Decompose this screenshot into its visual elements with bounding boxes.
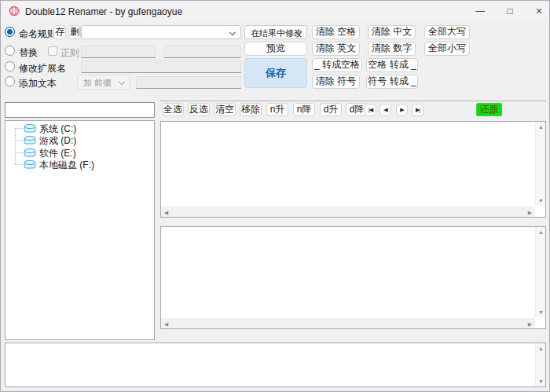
- underscore-to-space-button[interactable]: _ 转成空格: [312, 58, 362, 72]
- tree-item-drive-f[interactable]: 本地磁盘 (F:): [6, 159, 147, 170]
- all-lower-button[interactable]: 全部小写: [424, 42, 470, 56]
- toolbar-divider: [160, 101, 546, 101]
- drive-icon: [24, 123, 36, 133]
- all-upper-button[interactable]: 全部大写: [424, 25, 470, 39]
- close-icon[interactable]: ×: [527, 1, 550, 21]
- radio-add-text[interactable]: [5, 76, 15, 86]
- add-text-field[interactable]: [136, 76, 241, 89]
- remove-button[interactable]: 移除: [240, 103, 262, 116]
- move-last-icon[interactable]: ▶|: [412, 104, 424, 116]
- drive-label: 游戏 (D:): [39, 134, 76, 148]
- vertical-scrollbar[interactable]: ▲ ▼: [535, 122, 545, 206]
- symbols-to-underscore-button[interactable]: 符号 转成 _: [366, 75, 418, 89]
- radio-replace[interactable]: [5, 46, 15, 56]
- tree-item-drive-d[interactable]: 游戏 (D:): [6, 134, 147, 146]
- chevron-down-icon: [119, 79, 125, 85]
- drive-icon: [24, 135, 36, 145]
- vertical-scrollbar[interactable]: ▲ ▼: [535, 343, 545, 387]
- rule-combobox-input[interactable]: [86, 27, 227, 38]
- clear-digits-button[interactable]: 清除 数字: [368, 42, 416, 56]
- scroll-up-icon[interactable]: ▲: [536, 227, 546, 237]
- scroll-down-icon[interactable]: ▼: [536, 307, 546, 317]
- horizontal-scrollbar[interactable]: ◀ ▶: [161, 207, 535, 217]
- name-asc-button[interactable]: n升: [266, 103, 288, 116]
- scroll-right-icon[interactable]: ▶: [525, 319, 535, 329]
- select-all-button[interactable]: 全选: [162, 103, 184, 116]
- radio-naming-rule[interactable]: [5, 27, 15, 37]
- date-asc-button[interactable]: d升: [320, 103, 342, 116]
- change-extension-label: 修改扩展名: [19, 62, 66, 75]
- log-panel[interactable]: ▲ ▼: [5, 343, 546, 387]
- move-first-icon[interactable]: |◀: [365, 104, 376, 116]
- horizontal-scrollbar[interactable]: ◀ ▶: [161, 318, 535, 328]
- space-to-underscore-button[interactable]: 空格 转成 _: [366, 58, 418, 72]
- chevron-down-icon[interactable]: [229, 29, 236, 35]
- store-rule-button[interactable]: 存: [53, 25, 66, 39]
- scroll-up-icon[interactable]: ▲: [536, 343, 546, 354]
- result-list-panel[interactable]: ▲ ▼ ◀ ▶: [160, 226, 546, 329]
- clear-chinese-button[interactable]: 清除 中文: [368, 25, 416, 39]
- naming-rule-label: 命名规则: [19, 27, 57, 41]
- scroll-up-icon[interactable]: ▲: [536, 122, 546, 132]
- clear-symbols-button[interactable]: 清除 符号: [312, 75, 360, 89]
- add-text-label: 添加文本: [19, 77, 57, 90]
- drive-icon: [24, 148, 36, 157]
- replace-label: 替换: [19, 46, 38, 60]
- radio-change-extension[interactable]: [5, 61, 15, 71]
- scroll-left-icon[interactable]: ◀: [161, 207, 171, 218]
- save-button[interactable]: 保存: [244, 58, 307, 88]
- clear-english-button[interactable]: 清除 英文: [312, 42, 360, 56]
- extension-field[interactable]: [81, 60, 241, 73]
- window-title: Double12 Renamer - by gufengaoyue: [25, 6, 182, 17]
- regex-checkbox[interactable]: [48, 46, 57, 56]
- rule-combobox[interactable]: [81, 25, 241, 39]
- preview-button[interactable]: 预览: [244, 42, 307, 56]
- invert-selection-button[interactable]: 反选: [188, 103, 210, 116]
- path-filter-input[interactable]: [5, 102, 155, 118]
- replace-find-field[interactable]: [81, 46, 156, 58]
- modify-scope-value: 在结果中修改: [251, 27, 302, 39]
- clear-space-button[interactable]: 清除 空格: [312, 25, 360, 39]
- clear-list-button[interactable]: 清空: [214, 103, 236, 116]
- app-window: Double12 Renamer - by gufengaoyue — □ × …: [0, 0, 550, 392]
- replace-with-field[interactable]: [163, 46, 241, 58]
- restore-button[interactable]: 还原: [476, 103, 502, 116]
- tree-item-drive-c[interactable]: 系统 (C:): [6, 123, 147, 134]
- scroll-right-icon[interactable]: ▶: [525, 207, 535, 218]
- scroll-left-icon[interactable]: ◀: [161, 319, 171, 329]
- drive-icon: [24, 159, 36, 169]
- delete-rule-button[interactable]: 删: [68, 25, 81, 39]
- scroll-down-icon[interactable]: ▼: [536, 376, 546, 387]
- tree-item-drive-e[interactable]: 软件 (E:): [6, 147, 147, 159]
- minimize-icon[interactable]: —: [468, 1, 493, 21]
- title-bar: Double12 Renamer - by gufengaoyue — □ ×: [1, 1, 549, 21]
- scroll-down-icon[interactable]: ▼: [536, 196, 546, 206]
- file-list-panel[interactable]: ▲ ▼ ◀ ▶: [160, 121, 546, 218]
- move-prev-icon[interactable]: ◀: [380, 104, 391, 116]
- regex-label: 正则: [60, 46, 79, 60]
- app-logo-icon: [9, 5, 20, 16]
- drive-tree-panel: 系统 (C:) 游戏 (D:) 软件 (E:) 本地磁盘 (F:): [5, 120, 155, 340]
- add-text-mode-value: 加 前缀: [83, 77, 112, 89]
- add-text-mode-dropdown[interactable]: 加 前缀: [77, 75, 130, 90]
- name-desc-button[interactable]: n降: [293, 103, 315, 116]
- move-next-icon[interactable]: ▶: [396, 104, 408, 116]
- drive-label: 本地磁盘 (F:): [39, 159, 94, 172]
- modify-scope-dropdown[interactable]: 在结果中修改: [244, 25, 307, 39]
- maximize-icon[interactable]: □: [497, 1, 522, 21]
- vertical-scrollbar[interactable]: ▲ ▼: [535, 227, 545, 317]
